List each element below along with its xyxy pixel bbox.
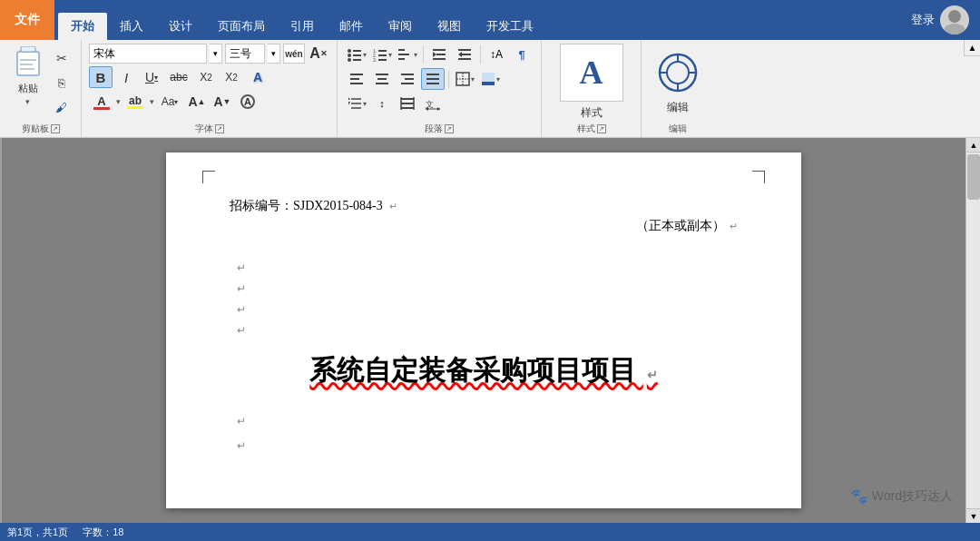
tab-developer[interactable]: 开发工具 xyxy=(474,13,546,40)
tab-view[interactable]: 视图 xyxy=(425,13,474,40)
tab-review[interactable]: 审阅 xyxy=(376,13,425,40)
document-area[interactable]: 招标编号：SJDX2015-084-3 ↵ （正本或副本） ↵ ↵ ↵ ↵ ↵ … xyxy=(2,138,965,523)
font-size-input[interactable] xyxy=(225,44,265,64)
align-left-btn[interactable] xyxy=(345,68,368,90)
svg-rect-5 xyxy=(20,59,36,61)
multilevel-list-btn[interactable]: ▾ xyxy=(396,44,419,65)
para-expand-icon[interactable]: ↗ xyxy=(445,124,454,133)
svg-rect-4 xyxy=(21,46,35,52)
font-color-btn[interactable]: A xyxy=(89,91,114,113)
superscript-btn[interactable]: X2 xyxy=(220,66,243,88)
decrease-indent-btn[interactable] xyxy=(427,44,451,65)
corner-mark-tr xyxy=(752,171,765,183)
paste-button[interactable]: 粘贴 ▾ xyxy=(8,44,48,108)
subscript-btn[interactable]: X2 xyxy=(194,66,218,88)
grow-font-btn[interactable]: A▲ xyxy=(185,91,209,113)
svg-rect-39 xyxy=(405,78,414,80)
format-painter-button[interactable]: 🖌 xyxy=(50,96,74,118)
wen-icon-btn[interactable]: wén xyxy=(283,44,305,64)
svg-rect-32 xyxy=(350,74,363,75)
tab-mailings[interactable]: 邮件 xyxy=(327,13,376,40)
font-size-dropdown[interactable]: ▾ xyxy=(268,44,280,64)
svg-marker-53 xyxy=(348,102,350,105)
underline-btn[interactable]: U ▾ xyxy=(140,66,163,88)
login-area[interactable]: 登录 xyxy=(900,5,980,34)
svg-point-12 xyxy=(348,58,351,62)
page: 招标编号：SJDX2015-084-3 ↵ （正本或副本） ↵ ↵ ↵ ↵ ↵ … xyxy=(166,152,801,508)
svg-rect-6 xyxy=(20,64,33,65)
border-btn[interactable]: ▾ xyxy=(453,68,476,90)
shrink-font-btn[interactable]: A▼ xyxy=(211,91,234,113)
paste-label: 粘贴 xyxy=(18,82,38,95)
bullets-btn[interactable]: ▾ xyxy=(345,44,368,65)
highlight-btn[interactable]: ab xyxy=(122,91,148,113)
svg-rect-15 xyxy=(378,50,387,52)
svg-rect-25 xyxy=(433,49,446,51)
increase-indent-btn[interactable] xyxy=(453,44,476,65)
original-copy: （正本或副本） ↵ xyxy=(230,218,738,234)
svg-marker-52 xyxy=(348,97,350,100)
svg-rect-36 xyxy=(377,78,387,80)
strikethrough-btn[interactable]: abc xyxy=(165,66,192,88)
svg-rect-40 xyxy=(401,83,414,84)
svg-rect-38 xyxy=(401,74,414,75)
highlight-dropdown[interactable]: ▾ xyxy=(150,97,154,106)
svg-rect-48 xyxy=(482,82,495,85)
collapse-ribbon-btn[interactable]: ▲ xyxy=(964,40,980,56)
char-shading-btn[interactable]: A xyxy=(236,91,260,113)
svg-rect-13 xyxy=(353,59,361,61)
tab-insert[interactable]: 插入 xyxy=(107,13,156,40)
scrollbar-track[interactable] xyxy=(966,152,980,508)
italic-btn[interactable]: I xyxy=(114,66,138,88)
change-case-btn[interactable]: Aa▾ xyxy=(156,91,183,113)
clipboard-group: 粘贴 ▾ ✂ ⎘ 🖌 剪贴板 ↗ xyxy=(0,40,82,137)
svg-point-10 xyxy=(348,54,351,57)
scroll-up-btn[interactable]: ▲ xyxy=(966,138,980,152)
shading-btn[interactable]: ▾ xyxy=(478,68,502,90)
align-center-btn[interactable] xyxy=(370,68,394,90)
show-marks-btn[interactable]: ¶ xyxy=(510,44,534,65)
font-name-input[interactable] xyxy=(89,44,207,64)
line-spacing-btn[interactable]: ▾ xyxy=(345,93,368,114)
edit-btn[interactable]: 编辑 xyxy=(654,49,701,115)
para-spacing-btn[interactable]: ↕ xyxy=(370,93,394,114)
font-color-dropdown[interactable]: ▾ xyxy=(116,97,121,106)
svg-rect-35 xyxy=(376,74,388,75)
justify-btn[interactable] xyxy=(421,68,445,90)
font-group-label: 字体 ↗ xyxy=(195,123,224,135)
tab-home[interactable]: 开始 xyxy=(58,13,107,40)
sort-btn[interactable]: ↕A xyxy=(485,44,508,65)
numbering-btn[interactable]: 1.2.3. ▾ xyxy=(370,44,394,65)
clipboard-expand-icon[interactable]: ↗ xyxy=(51,124,60,133)
style-expand-icon[interactable]: ↗ xyxy=(597,124,606,133)
svg-marker-62 xyxy=(437,107,440,111)
align-right-btn[interactable] xyxy=(396,68,419,90)
clear-format-btn[interactable]: A ✕ xyxy=(308,44,329,64)
scroll-down-btn[interactable]: ▼ xyxy=(966,508,980,523)
svg-rect-55 xyxy=(401,103,414,104)
svg-rect-41 xyxy=(426,74,439,75)
svg-rect-22 xyxy=(401,54,409,55)
char-spacing-btn[interactable]: 文 xyxy=(421,93,445,114)
tab-references[interactable]: 引用 xyxy=(278,13,327,40)
main-title[interactable]: 系统自定装备采购项目项目 ↵ xyxy=(230,352,738,393)
font-name-dropdown[interactable]: ▾ xyxy=(210,44,222,64)
svg-rect-23 xyxy=(398,58,405,60)
copy-button[interactable]: ⎘ xyxy=(50,72,74,93)
distribute-btn[interactable] xyxy=(396,93,419,114)
tab-page-layout[interactable]: 页面布局 xyxy=(205,13,278,40)
svg-marker-24 xyxy=(433,52,436,57)
scrollbar-thumb[interactable] xyxy=(967,154,980,200)
text-effects-btn[interactable]: A xyxy=(245,66,270,88)
svg-rect-37 xyxy=(376,83,388,84)
style-gallery-btn[interactable]: A 样式 xyxy=(560,44,623,121)
tab-design[interactable]: 设计 xyxy=(156,13,205,40)
status-bar: 第1页，共1页 字数：18 xyxy=(0,523,980,541)
word-count: 字数：18 xyxy=(83,526,123,539)
file-tab[interactable]: 文件 xyxy=(0,0,54,40)
cut-button[interactable]: ✂ xyxy=(50,47,74,69)
bold-btn[interactable]: B xyxy=(89,66,113,88)
svg-rect-30 xyxy=(462,54,471,55)
vertical-scrollbar[interactable]: ▲ ▼ xyxy=(965,138,980,523)
font-expand-icon[interactable]: ↗ xyxy=(215,124,224,133)
